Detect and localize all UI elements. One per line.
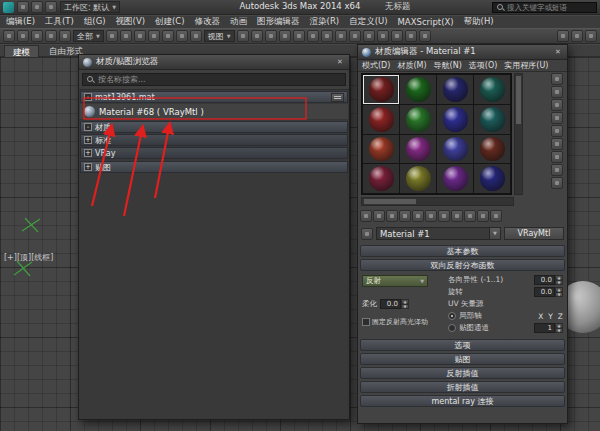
- editor-menu-item[interactable]: 实用程序(U): [504, 60, 548, 71]
- scrollbar-thumb[interactable]: [516, 76, 521, 124]
- material-slot[interactable]: [400, 75, 436, 104]
- select-link-icon[interactable]: [3, 30, 15, 42]
- dropdown-button[interactable]: ▼: [489, 228, 500, 239]
- menubar-item[interactable]: 渲染(R): [310, 16, 340, 28]
- curve-editor-icon[interactable]: [377, 30, 389, 42]
- soften-spinner[interactable]: 0.0 ▲▼: [380, 299, 409, 309]
- material-slot[interactable]: [400, 164, 436, 193]
- workspace-dropdown[interactable]: 工作区: 默认 ▼: [60, 1, 120, 13]
- expander-icon[interactable]: +: [84, 136, 92, 144]
- editor-menu-item[interactable]: 选项(O): [469, 60, 498, 71]
- snap-toggle-icon[interactable]: [251, 30, 263, 42]
- unlink-selection-icon[interactable]: [17, 30, 29, 42]
- show-end-result-icon[interactable]: [464, 210, 476, 222]
- material-slot[interactable]: [474, 164, 510, 193]
- rotation-spinner[interactable]: 0.0 ▲▼: [534, 287, 563, 297]
- bind-to-space-warp-icon[interactable]: [31, 30, 43, 42]
- make-material-copy-icon[interactable]: [412, 210, 424, 222]
- rollout-bar[interactable]: mental ray 连接: [360, 395, 565, 407]
- local-axis-radio[interactable]: [448, 312, 456, 320]
- browser-titlebar[interactable]: 材质/贴图浏览器 ✕: [79, 55, 349, 70]
- undo-icon[interactable]: [31, 1, 43, 13]
- group-row-standard[interactable]: + 标准: [80, 134, 348, 146]
- browser-search-input[interactable]: 按名称搜索...: [82, 73, 346, 86]
- pick-material-icon[interactable]: [361, 228, 373, 240]
- fix-checkbox[interactable]: [362, 318, 370, 326]
- put-to-library-icon[interactable]: [425, 210, 437, 222]
- editor-menu-item[interactable]: 材质(M): [397, 60, 426, 71]
- expander-icon[interactable]: -: [84, 123, 92, 131]
- axis-z-label[interactable]: Z: [558, 312, 563, 321]
- align-icon[interactable]: [335, 30, 347, 42]
- redo-icon[interactable]: [45, 1, 57, 13]
- show-map-in-viewport-icon[interactable]: [451, 210, 463, 222]
- sample-ui-tiling-icon[interactable]: [551, 112, 563, 124]
- slots-horizontal-scrollbar[interactable]: [361, 197, 514, 206]
- rollout-basic-params[interactable]: 基本参数: [360, 245, 565, 257]
- material-slot[interactable]: [363, 135, 399, 164]
- menubar-item[interactable]: 视图(V): [116, 16, 145, 28]
- material-slot[interactable]: [363, 75, 399, 104]
- assign-material-to-selection-icon[interactable]: [386, 210, 398, 222]
- layer-manager-icon[interactable]: [349, 30, 361, 42]
- select-object-icon[interactable]: [59, 30, 71, 42]
- rollout-brdf[interactable]: 双向反射分布函数: [360, 259, 565, 271]
- select-and-place-icon[interactable]: [190, 30, 202, 42]
- group-row-vray[interactable]: + VRay: [80, 147, 348, 159]
- save-icon[interactable]: [17, 1, 29, 13]
- select-and-scale-icon[interactable]: [176, 30, 188, 42]
- material-slot[interactable]: [474, 135, 510, 164]
- sample-type-icon[interactable]: [551, 73, 563, 85]
- app-logo-icon[interactable]: [3, 2, 14, 13]
- list-view-button[interactable]: [331, 93, 344, 102]
- go-forward-to-sibling-icon[interactable]: [490, 210, 502, 222]
- render-setup-icon[interactable]: [419, 30, 431, 42]
- viewport-label[interactable]: [+][顶][线框]: [4, 252, 53, 263]
- expander-icon[interactable]: -: [84, 93, 92, 101]
- slots-vertical-scrollbar[interactable]: [514, 73, 523, 195]
- reset-map-icon[interactable]: [399, 210, 411, 222]
- rollout-bar[interactable]: 选项: [360, 339, 565, 351]
- group-row-maps[interactable]: + 贴图: [80, 161, 348, 173]
- mirror-icon[interactable]: [321, 30, 333, 42]
- percent-snap-icon[interactable]: [279, 30, 291, 42]
- group-row-materials[interactable]: - 材质: [80, 121, 348, 133]
- ribbon-tab[interactable]: 建模: [4, 45, 39, 57]
- map-channel-radio[interactable]: [448, 324, 456, 332]
- selection-filter-dropdown[interactable]: 全部 ▼: [73, 30, 104, 42]
- material-slot[interactable]: [437, 105, 473, 134]
- menubar-item[interactable]: 修改器: [195, 16, 221, 28]
- selection-filter-icon[interactable]: [45, 30, 57, 42]
- material-editor-icon[interactable]: [405, 30, 417, 42]
- editor-titlebar[interactable]: 材质编辑器 - Material #1 ✕: [358, 45, 567, 60]
- anisotropy-spinner[interactable]: 0.0 ▲▼: [534, 275, 563, 285]
- get-material-icon[interactable]: [360, 210, 372, 222]
- close-icon[interactable]: ✕: [335, 58, 345, 66]
- graphite-ribbon-icon[interactable]: [363, 30, 375, 42]
- group-row-file[interactable]: - mat13961.mat: [80, 91, 348, 103]
- material-id-channel-icon[interactable]: [438, 210, 450, 222]
- reference-coordinate-dropdown[interactable]: 视图 ▼: [204, 30, 235, 42]
- render-iterative-icon[interactable]: [585, 30, 597, 42]
- menubar-item[interactable]: 编辑(E): [6, 16, 35, 28]
- brdf-type-dropdown[interactable]: 反射 ▼: [362, 275, 428, 287]
- material-slot[interactable]: [474, 105, 510, 134]
- select-and-rotate-icon[interactable]: [162, 30, 174, 42]
- video-color-check-icon[interactable]: [551, 125, 563, 137]
- axis-y-label[interactable]: Y: [548, 312, 553, 321]
- material-slot[interactable]: [474, 75, 510, 104]
- menubar-item[interactable]: 图形编辑器: [257, 16, 300, 28]
- spinner-down-icon[interactable]: ▼: [555, 328, 563, 333]
- map-channel-spinner[interactable]: 1 ▲▼: [534, 323, 563, 333]
- options-icon[interactable]: [551, 151, 563, 163]
- spinner-snap-icon[interactable]: [293, 30, 305, 42]
- menubar-item[interactable]: 工具(T): [45, 16, 74, 28]
- help-search-box[interactable]: 搜入关键字或短语: [492, 2, 597, 13]
- material-map-navigator-icon[interactable]: [551, 177, 563, 189]
- material-slot[interactable]: [437, 75, 473, 104]
- menubar-item[interactable]: 帮助(H): [464, 16, 494, 28]
- rollout-bar[interactable]: 反射插值: [360, 367, 565, 379]
- edit-named-selections-icon[interactable]: [307, 30, 319, 42]
- menubar-item[interactable]: 自定义(U): [349, 16, 387, 28]
- axis-x-label[interactable]: X: [538, 312, 543, 321]
